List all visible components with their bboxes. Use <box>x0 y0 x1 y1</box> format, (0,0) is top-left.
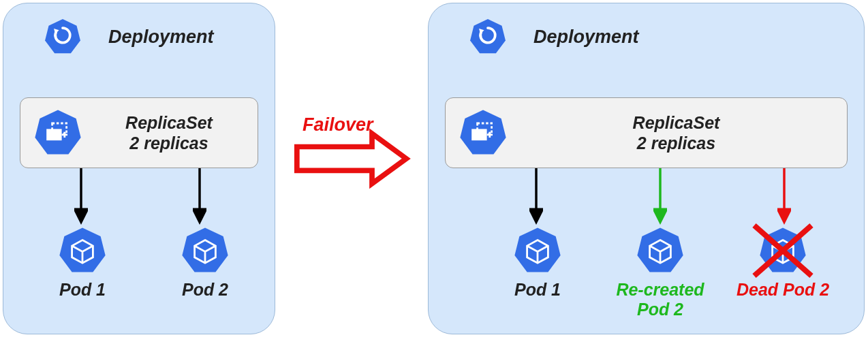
pod-recreated: Re-created Pod 2 <box>599 227 722 319</box>
replicaset-line2: 2 replicas <box>129 133 208 153</box>
pod-label: Dead Pod 2 <box>737 280 829 300</box>
pod-icon <box>636 227 684 274</box>
failover-arrow-icon <box>293 116 412 197</box>
pod-1: Pod 1 <box>21 227 144 300</box>
arrow-to-pod2 <box>193 168 206 227</box>
deployment-icon <box>44 18 81 55</box>
pod-icon <box>181 227 229 274</box>
arrow-to-pod1 <box>74 168 88 227</box>
arrow-to-pod1 <box>529 168 543 227</box>
replicaset-box: ReplicaSet 2 replicas <box>445 97 848 168</box>
replicaset-label: ReplicaSet 2 replicas <box>526 112 847 153</box>
replicaset-line1: ReplicaSet <box>633 113 720 132</box>
replicaset-icon <box>34 109 82 157</box>
pod-label: Pod 2 <box>182 280 228 300</box>
pod-label: Pod 1 <box>59 280 106 300</box>
replicaset-line1: ReplicaSet <box>125 113 213 132</box>
deployment-header: Deployment <box>469 18 639 55</box>
pod-dead: Dead Pod 2 <box>722 227 844 319</box>
replicaset-box: ReplicaSet 2 replicas <box>20 97 258 168</box>
deployment-icon <box>469 18 506 55</box>
pod-1: Pod 1 <box>476 227 599 319</box>
replicaset-label: ReplicaSet 2 replicas <box>101 112 258 153</box>
pod-icon <box>759 227 807 274</box>
replicaset-line2: 2 replicas <box>637 133 715 153</box>
svg-rect-8 <box>471 129 486 140</box>
pod-icon <box>59 227 106 274</box>
deployment-title: Deployment <box>108 27 214 48</box>
arrow-to-recreated-pod <box>653 168 667 227</box>
deployment-header: Deployment <box>44 18 214 55</box>
replicaset-icon <box>459 109 507 157</box>
pod-icon <box>514 227 561 274</box>
deployment-panel-before: Deployment ReplicaSet 2 replicas <box>3 3 275 334</box>
pod-label: Re-created Pod 2 <box>616 280 704 319</box>
pod-2: Pod 2 <box>144 227 266 300</box>
arrow-to-dead-pod <box>777 168 791 227</box>
deployment-title: Deployment <box>533 27 639 48</box>
deployment-panel-after: Deployment ReplicaSet 2 replicas <box>428 3 865 334</box>
pod-label: Pod 1 <box>514 280 561 300</box>
svg-rect-2 <box>46 129 61 140</box>
